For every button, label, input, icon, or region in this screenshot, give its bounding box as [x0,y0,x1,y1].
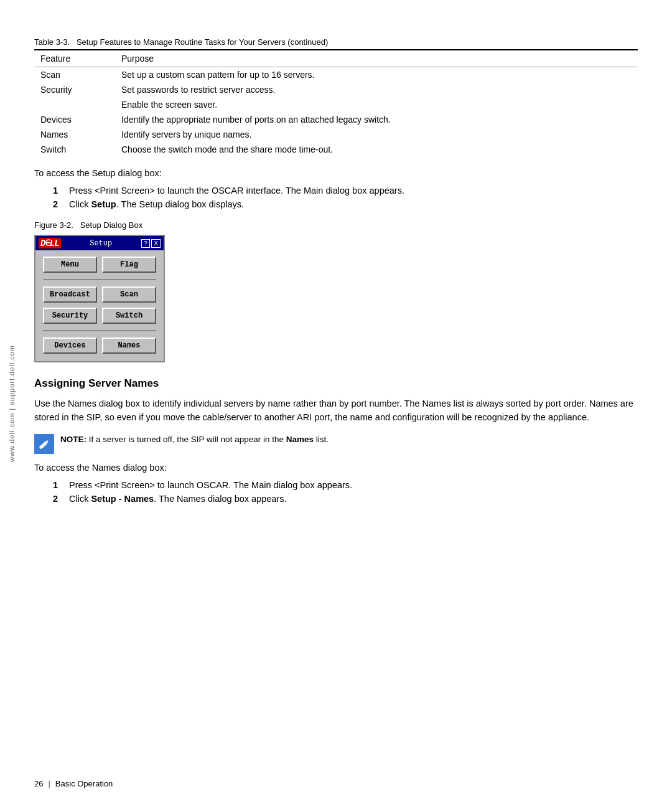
step-text: Click Setup - Names. The Names dialog bo… [69,494,287,504]
step-num: 2 [53,494,62,504]
table-row: Security Set passwords to restrict serve… [34,82,638,97]
flag-button[interactable]: Flag [102,257,156,273]
feature-empty [34,97,115,112]
scan-button[interactable]: Scan [102,286,156,303]
dialog-title: Setup [61,239,141,248]
purpose-switch: Choose the switch mode and the share mod… [115,142,638,157]
table-caption: Table 3-3. Setup Features to Manage Rout… [34,37,638,47]
purpose-screen-saver: Enable the screen saver. [115,97,638,112]
note-text: NOTE: If a server is turned off, the SIP… [60,433,329,446]
note-icon [34,434,54,454]
devices-button[interactable]: Devices [43,337,97,354]
purpose-security: Set passwords to restrict server access. [115,82,638,97]
note-box: NOTE: If a server is turned off, the SIP… [34,433,638,454]
step-text: Click Setup. The Setup dialog box displa… [69,199,244,209]
names-step-1: 1 Press <Print Screen> to launch OSCAR. … [53,480,638,490]
pencil-icon [38,438,50,450]
dialog-close[interactable]: X [151,239,161,248]
dialog-titlebar: D∈LL Setup ? X [35,236,164,250]
footer-separator: | [48,779,50,788]
setup-step-1: 1 Press <Print Screen> to launch the OSC… [53,186,638,196]
col-header-purpose: Purpose [115,50,638,67]
feature-scan: Scan [34,67,115,83]
dialog-controls: ? [141,239,151,248]
setup-steps: 1 Press <Print Screen> to launch the OSC… [53,186,638,209]
setup-step-2: 2 Click Setup. The Setup dialog box disp… [53,199,638,209]
note-body: If a server is turned off, the SIP will … [89,435,329,444]
purpose-scan: Set up a custom scan pattern for up to 1… [115,67,638,83]
broadcast-button[interactable]: Broadcast [43,286,97,303]
feature-security: Security [34,82,115,97]
assigning-names-body: Use the Names dialog box to identify ind… [34,397,638,425]
names-steps: 1 Press <Print Screen> to launch OSCAR. … [53,480,638,504]
note-label: NOTE: [60,435,86,444]
purpose-names: Identify servers by unique names. [115,127,638,142]
table-row: Scan Set up a custom scan pattern for up… [34,67,638,83]
footer-text: Basic Operation [55,779,113,788]
setup-dialog-figure: D∈LL Setup ? X Menu Flag Broadcast Scan … [34,235,638,362]
dell-logo: D∈LL [39,238,61,248]
sidebar: www.dell.com | support.dell.com [0,0,24,807]
page-footer: 26 | Basic Operation [34,779,638,788]
col-header-feature: Feature [34,50,115,67]
step-num: 1 [53,186,62,196]
page-number: 26 [34,779,43,788]
step-text: Press <Print Screen> to launch the OSCAR… [69,186,404,196]
menu-button[interactable]: Menu [43,257,97,273]
setup-dialog-box: D∈LL Setup ? X Menu Flag Broadcast Scan … [34,235,165,362]
table-row: Devices Identify the appropriate number … [34,112,638,127]
features-table: Feature Purpose Scan Set up a custom sca… [34,49,638,157]
access-setup-intro: To access the Setup dialog box: [34,168,638,178]
figure-caption: Figure 3-2. Setup Dialog Box [34,220,638,230]
step-num: 1 [53,480,62,490]
step-text: Press <Print Screen> to launch OSCAR. Th… [69,480,352,490]
sidebar-text: www.dell.com | support.dell.com [8,345,16,462]
step-num: 2 [53,199,62,209]
access-names-intro: To access the Names dialog box: [34,463,638,473]
feature-names: Names [34,127,115,142]
purpose-devices: Identify the appropriate number of ports… [115,112,638,127]
feature-devices: Devices [34,112,115,127]
names-step-2: 2 Click Setup - Names. The Names dialog … [53,494,638,504]
table-row: Enable the screen saver. [34,97,638,112]
assigning-server-names-heading: Assigning Server Names [34,377,638,390]
separator-2 [43,330,156,331]
table-row: Names Identify servers by unique names. [34,127,638,142]
names-button[interactable]: Names [102,337,156,354]
table-row: Switch Choose the switch mode and the sh… [34,142,638,157]
security-button[interactable]: Security [43,308,97,324]
feature-switch: Switch [34,142,115,157]
dialog-body: Menu Flag Broadcast Scan Security Switch… [35,250,164,361]
separator-1 [43,279,156,280]
switch-button[interactable]: Switch [102,308,156,324]
